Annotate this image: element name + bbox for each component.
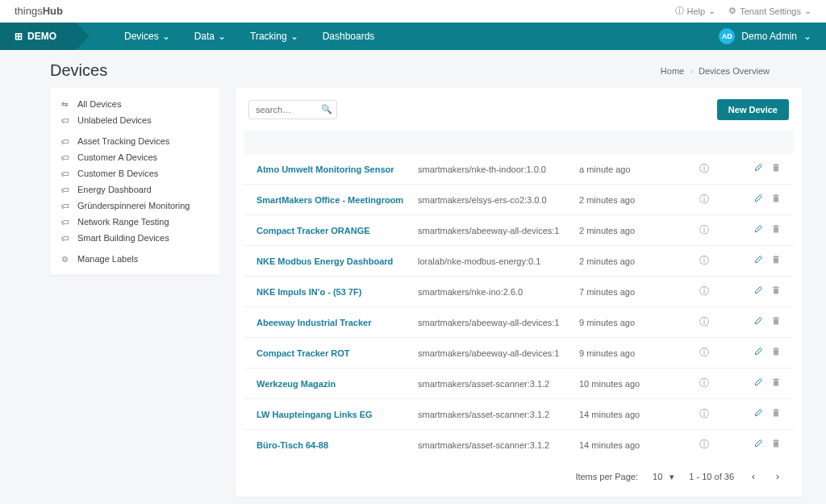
chevron-down-icon: ⌄ <box>162 31 170 42</box>
device-driver: smartmakers/abeeway-all-devices:1 <box>418 348 579 358</box>
device-name-link[interactable]: Abeeway Industrial Tracker <box>257 318 418 327</box>
edit-icon[interactable] <box>753 285 763 298</box>
tenant-switcher[interactable]: ⊞ DEMO <box>0 23 76 50</box>
device-lastseen: 9 minutes ago <box>579 318 684 327</box>
edit-icon[interactable] <box>753 194 763 206</box>
device-driver: smartmakers/abeeway-all-devices:1 <box>418 226 579 235</box>
delete-icon[interactable] <box>771 377 781 389</box>
delete-icon[interactable] <box>771 408 781 420</box>
info-icon[interactable]: ⓘ <box>684 346 724 360</box>
device-name-link[interactable]: Compact Tracker ORANGE <box>257 226 418 235</box>
user-menu[interactable]: AD Demo Admin ⌄ <box>719 28 811 44</box>
search-icon: 🔍 <box>321 104 332 115</box>
delete-icon[interactable] <box>771 347 781 359</box>
grid-icon: ⊞ <box>15 31 23 42</box>
sidebar-item-label: Network Range Testing <box>77 217 169 227</box>
info-icon[interactable]: ⓘ <box>684 377 724 390</box>
table-row: Büro-Tisch 64-88 smartmakers/asset-scann… <box>244 430 794 460</box>
sidebar-item[interactable]: 🏷Customer B Devices <box>50 165 219 181</box>
info-icon[interactable]: ⓘ <box>684 285 724 298</box>
label-icon: ⇆ <box>61 100 71 109</box>
delete-icon[interactable] <box>771 224 781 236</box>
table-row: Compact Tracker ROT smartmakers/abeeway-… <box>244 338 794 369</box>
sidebar-item-label: Manage Labels <box>77 254 138 264</box>
delete-icon[interactable] <box>771 439 781 451</box>
sidebar-item[interactable]: 🏷Smart Building Devices <box>50 230 219 246</box>
device-name-link[interactable]: NKE Impuls IN'o - (53 7F) <box>257 287 418 297</box>
sidebar-item[interactable]: 🏷Unlabeled Devices <box>50 112 219 128</box>
help-link[interactable]: ⓘ Help ⌄ <box>675 5 716 17</box>
tag-icon: 🏷 <box>61 218 71 227</box>
device-lastseen: 2 minutes ago <box>579 226 684 235</box>
pager-prev[interactable]: ‹ <box>749 471 758 482</box>
edit-icon[interactable] <box>753 377 763 389</box>
edit-icon[interactable] <box>753 224 763 236</box>
nav-item-devices[interactable]: Devices ⌄ <box>124 31 170 42</box>
breadcrumb: Home › Devices Overview <box>661 66 770 76</box>
tag-icon: 🏷 <box>61 185 71 194</box>
device-name-link[interactable]: Werkzeug Magazin <box>257 379 418 389</box>
edit-icon[interactable] <box>753 163 763 175</box>
delete-icon[interactable] <box>771 316 781 328</box>
edit-icon[interactable] <box>753 439 763 451</box>
device-driver: smartmakers/asset-scanner:3.1.2 <box>418 440 579 450</box>
sidebar-item-label: Customer B Devices <box>77 169 158 178</box>
device-name-link[interactable]: NKE Modbus Energy Dashboard <box>257 256 418 266</box>
sidebar-manage-labels[interactable]: ⚙ Manage Labels <box>50 251 219 267</box>
table-row: Werkzeug Magazin smartmakers/asset-scann… <box>244 369 794 399</box>
info-icon[interactable]: ⓘ <box>684 162 724 176</box>
tag-icon: 🏷 <box>61 153 71 162</box>
delete-icon[interactable] <box>771 285 781 298</box>
chevron-down-icon: ⌄ <box>290 31 298 42</box>
sidebar-item[interactable]: 🏷Energy Dashboard <box>50 181 219 198</box>
edit-icon[interactable] <box>753 408 763 420</box>
edit-icon[interactable] <box>753 316 763 328</box>
sidebar-item[interactable]: 🏷Network Range Testing <box>50 214 219 230</box>
device-name-link[interactable]: Compact Tracker ROT <box>257 348 418 358</box>
device-lastseen: a minute ago <box>579 165 684 174</box>
device-driver: smartmakers/asset-scanner:3.1.2 <box>418 410 579 419</box>
gear-icon: ⚙ <box>728 6 736 16</box>
nav-item-tracking[interactable]: Tracking ⌄ <box>250 31 298 42</box>
delete-icon[interactable] <box>771 163 781 175</box>
device-name-link[interactable]: Atmo Umwelt Monitoring Sensor <box>257 165 418 174</box>
sidebar-item-label: Customer A Devices <box>77 152 157 162</box>
table-row: NKE Impuls IN'o - (53 7F) smartmakers/nk… <box>244 277 794 307</box>
info-icon[interactable]: ⓘ <box>684 223 724 237</box>
pager-next[interactable]: › <box>773 471 782 482</box>
main-panel: 🔍 New Device Atmo Umwelt Monitoring Sens… <box>236 88 802 497</box>
info-icon[interactable]: ⓘ <box>684 407 724 421</box>
sidebar-item-label: Energy Dashboard <box>77 185 152 194</box>
tenant-settings-link[interactable]: ⚙ Tenant Settings ⌄ <box>728 5 811 17</box>
brand-logo: thingsHub <box>15 5 63 17</box>
breadcrumb-home[interactable]: Home <box>661 66 684 76</box>
info-icon[interactable]: ⓘ <box>684 438 724 452</box>
device-name-link[interactable]: SmartMakers Office - Meetingroom <box>257 195 418 205</box>
delete-icon[interactable] <box>771 255 781 267</box>
sidebar: ⇆All Devices🏷Unlabeled Devices 🏷Asset Tr… <box>50 88 219 275</box>
sidebar-item[interactable]: 🏷Customer A Devices <box>50 149 219 165</box>
device-driver: smartmakers/elsys-ers-co2:3.0.0 <box>418 195 579 205</box>
table-row: Abeeway Industrial Tracker smartmakers/a… <box>244 307 794 338</box>
info-icon[interactable]: ⓘ <box>684 193 724 206</box>
info-icon[interactable]: ⓘ <box>684 315 724 329</box>
edit-icon[interactable] <box>753 347 763 359</box>
device-name-link[interactable]: Büro-Tisch 64-88 <box>257 440 418 450</box>
edit-icon[interactable] <box>753 255 763 267</box>
new-device-button[interactable]: New Device <box>717 99 789 120</box>
avatar: AD <box>719 28 735 44</box>
device-name-link[interactable]: LW Haupteingang Links EG <box>257 410 418 419</box>
device-lastseen: 14 minutes ago <box>579 410 684 419</box>
pager: Items per Page: 10 ▾ 1 - 10 of 36 ‹ › <box>236 460 802 487</box>
sidebar-item-label: Asset Tracking Devices <box>77 136 169 146</box>
sidebar-item[interactable]: 🏷Asset Tracking Devices <box>50 133 219 149</box>
info-icon[interactable]: ⓘ <box>684 254 724 268</box>
tenant-label: Tenant Settings <box>740 6 801 16</box>
delete-icon[interactable] <box>771 194 781 206</box>
sidebar-item-label: Gründerspinnerei Monitoring <box>77 201 190 210</box>
sidebar-item[interactable]: ⇆All Devices <box>50 96 219 112</box>
nav-item-dashboards[interactable]: Dashboards <box>323 31 375 42</box>
nav-item-data[interactable]: Data ⌄ <box>194 31 226 42</box>
sidebar-item[interactable]: 🏷Gründerspinnerei Monitoring <box>50 198 219 214</box>
pager-items-select[interactable]: 10 ▾ <box>653 472 674 482</box>
